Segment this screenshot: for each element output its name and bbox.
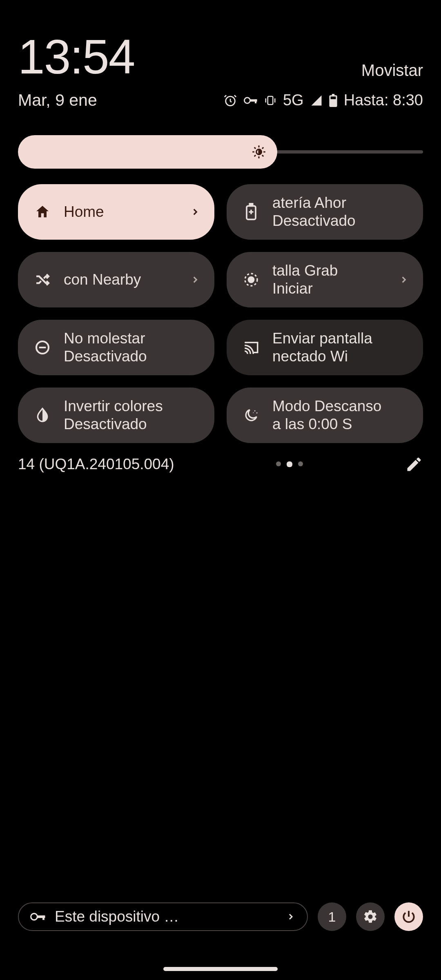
tile-dnd[interactable]: No molestarDesactivado: [18, 320, 214, 375]
home-icon: [33, 202, 52, 222]
tile-text: atería AhorDesactivado: [272, 194, 411, 229]
svg-rect-7: [330, 96, 336, 99]
brightness-icon: [251, 144, 267, 160]
build-label: 14 (UQ1A.240105.004): [18, 456, 174, 473]
tile-text: Modo Descansoa las 0:00 S: [272, 398, 411, 433]
tile-home[interactable]: Home: [18, 184, 214, 240]
tile-text: Invertir coloresDesactivado: [64, 398, 202, 433]
invert-icon: [33, 405, 52, 425]
edit-tiles-button[interactable]: [405, 455, 423, 473]
device-chip-label: Este dispositivo …: [55, 908, 277, 925]
chevron-right-icon: [286, 912, 296, 922]
tile-text: No molestarDesactivado: [64, 330, 202, 365]
status-bar: 5G Hasta: 8:30: [223, 91, 423, 109]
tile-title: No molestar: [64, 330, 202, 347]
user-switch-button[interactable]: 1: [318, 902, 346, 931]
tile-text: con Nearby: [64, 271, 190, 288]
page-dot: [276, 461, 281, 466]
cast-icon: [241, 338, 261, 357]
network-type-label: 5G: [283, 91, 304, 109]
brightness-slider[interactable]: [18, 135, 423, 169]
svg-point-14: [31, 913, 38, 920]
shuffle-icon: [33, 270, 52, 290]
battery-until-label: Hasta: 8:30: [344, 91, 423, 109]
tile-text: Enviar pantallanectado Wi: [272, 330, 411, 365]
moon-icon: [241, 405, 261, 425]
tile-subtitle: Desactivado: [64, 348, 202, 365]
tile-bedtime[interactable]: Modo Descansoa las 0:00 S: [227, 388, 423, 443]
vpn-key-icon: [30, 911, 46, 922]
date-label: Mar, 9 ene: [18, 91, 97, 110]
settings-button[interactable]: [356, 902, 385, 931]
vpn-key-icon: [244, 96, 258, 105]
vibrate-icon: [264, 94, 276, 107]
device-chip[interactable]: Este dispositivo …: [18, 902, 308, 931]
tile-subtitle: Desactivado: [272, 212, 411, 229]
alarm-icon: [223, 94, 237, 107]
tile-subtitle: a las 0:00 S: [272, 416, 411, 433]
tile-subtitle: Desactivado: [64, 416, 202, 433]
tile-subtitle: Iniciar: [272, 280, 399, 297]
svg-rect-4: [268, 96, 273, 105]
page-dot: [287, 461, 292, 467]
power-button[interactable]: [394, 902, 423, 931]
tile-screen-record[interactable]: talla GrabIniciar: [227, 252, 423, 307]
tile-title: Enviar pantalla: [272, 330, 411, 347]
battery-plus-icon: [241, 202, 261, 222]
brightness-fill: [18, 135, 277, 169]
svg-rect-16: [42, 915, 45, 920]
nav-handle[interactable]: [163, 967, 278, 971]
tile-title: talla Grab: [272, 262, 399, 279]
tile-title: con Nearby: [64, 271, 190, 288]
record-icon: [241, 270, 261, 290]
tile-nearby[interactable]: con Nearby: [18, 252, 214, 307]
tile-subtitle: nectado Wi: [272, 348, 411, 365]
chevron-right-icon: [399, 274, 411, 285]
svg-point-12: [248, 277, 254, 282]
tile-title: Invertir colores: [64, 398, 202, 415]
dnd-icon: [33, 338, 52, 357]
tile-title: Home: [64, 203, 190, 220]
carrier-label: Movistar: [361, 61, 423, 80]
tile-text: Home: [64, 203, 190, 220]
tile-title: Modo Descanso: [272, 398, 411, 415]
tile-title: atería Ahor: [272, 194, 411, 212]
svg-rect-10: [249, 204, 252, 206]
tile-invert[interactable]: Invertir coloresDesactivado: [18, 388, 214, 443]
svg-rect-6: [332, 94, 334, 96]
page-indicator: [276, 461, 303, 467]
tile-battery-saver[interactable]: atería AhorDesactivado: [227, 184, 423, 240]
tile-cast[interactable]: Enviar pantallanectado Wi: [227, 320, 423, 375]
chevron-right-icon: [190, 274, 202, 285]
tile-text: talla GrabIniciar: [272, 262, 399, 297]
page-dot: [298, 461, 303, 466]
signal-icon: [310, 94, 323, 107]
battery-icon: [329, 94, 337, 107]
svg-point-1: [244, 97, 250, 103]
svg-rect-3: [255, 99, 256, 103]
chevron-right-icon: [190, 207, 202, 217]
